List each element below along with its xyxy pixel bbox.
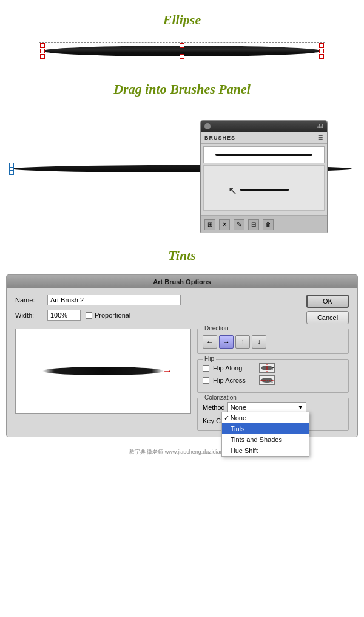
width-input[interactable] [47,310,81,321]
ok-button[interactable]: OK [306,295,349,308]
dropdown-item-hue-shift[interactable]: Hue Shift [222,445,309,456]
handle-top-right[interactable] [319,43,324,48]
brush-stroke-row-1 [203,146,325,163]
tints-title: Tints [168,248,196,264]
footer-icon-1[interactable]: ⊞ [204,219,215,230]
method-dropdown-container: None ▼ None Tints Tints and Shades Hue S… [228,402,306,413]
dialog-title: Art Brush Options [153,278,211,285]
handle-bottom-right[interactable] [319,54,324,59]
panel-close-dot[interactable] [204,123,211,129]
svg-text:⇌: ⇌ [272,367,274,370]
dialog-preview: → [15,329,191,414]
flip-legend: Flip [203,355,216,362]
name-label: Name: [15,296,42,304]
brushes-panel: 44 BRUSHES ☰ ↖ ⊞ ✕ [200,120,328,233]
dir-right-button[interactable]: → [219,335,234,349]
handle-middle-right[interactable] [319,49,324,53]
dialog-main-area: → Direction ← → ↑ ↓ [15,329,349,431]
name-row: Name: [15,295,302,305]
flip-across-label: Flip Across [213,377,255,384]
footer-icon-5[interactable]: 🗑 [263,219,274,230]
handle-bottom-left[interactable] [40,54,45,59]
panel-expand-icon[interactable]: 44 [317,123,323,129]
method-label: Method [203,404,225,411]
flip-along-icon: ⇌ [259,363,275,373]
flip-across-checkbox[interactable] [203,377,209,384]
dialog-body: Name: Width: Proportional [7,288,357,437]
dropdown-item-tints-shades[interactable]: Tints and Shades [222,434,309,445]
method-current-value: None [231,404,246,411]
colorization-legend: Colorization [203,394,238,401]
section-tints: Tints Art Brush Options Name: Width: [0,236,364,443]
method-dropdown-menu: None Tints Tints and Shades Hue Shift [221,412,309,457]
handle-bottom-middle[interactable] [180,54,184,59]
panel-title: BRUSHES [204,135,235,141]
cursor-arrow: ↖ [228,184,237,197]
dropdown-arrow: ▼ [298,404,303,411]
direction-legend: Direction [203,325,230,332]
footer-icon-4[interactable]: ⊟ [248,219,259,230]
preview-arrow: → [163,366,172,377]
dropdown-item-tints[interactable]: Tints [222,423,309,434]
section-ellipse: Ellipse [0,0,364,69]
cancel-button[interactable]: Cancel [306,311,349,324]
handle-middle-left[interactable] [40,49,45,53]
preview-brush [42,367,164,375]
width-label: Width: [15,312,42,319]
flip-along-row: Flip Along ⇌ [203,363,343,373]
handle-top-left[interactable] [40,43,45,48]
dropdown-item-none[interactable]: None [222,412,309,423]
ellipse-container [30,39,334,63]
svg-text:⇕: ⇕ [271,380,274,384]
handle-top-middle[interactable] [180,43,184,48]
direction-buttons: ← → ↑ ↓ [203,335,343,349]
flip-along-checkbox[interactable] [203,365,209,372]
direction-group: Direction ← → ↑ ↓ [197,329,349,354]
dragging-stroke [240,189,289,191]
section-drag: Drag into Brushes Panel 44 BRUSHES [0,69,364,236]
dialog-titlebar: Art Brush Options [7,275,357,288]
proportional-checkbox[interactable] [86,312,92,319]
drag-title: Drag into Brushes Panel [113,81,251,97]
dir-up-button[interactable]: ↑ [235,335,250,349]
watermark: 教字典·徽老师 www.jiaocheng.dazidian.com [129,448,235,456]
art-brush-options-dialog: Art Brush Options Name: Width: [6,274,358,437]
panel-content: ↖ [201,144,327,215]
method-row: Method None ▼ None Tints [203,402,343,413]
footer-icon-3[interactable]: ✎ [234,219,244,230]
panel-header: BRUSHES ☰ [201,132,327,144]
flip-group: Flip Flip Along ⇌ [197,359,349,393]
colorization-group: Colorization Method None ▼ [197,398,349,431]
footer-icon-2[interactable]: ✕ [219,219,230,230]
panel-footer: ⊞ ✕ ✎ ⊟ 🗑 [201,215,327,233]
dir-left-button[interactable]: ← [203,335,217,349]
brush-stroke-line [215,154,312,156]
dir-down-button[interactable]: ↓ [252,335,266,349]
flip-across-row: Flip Across ⇕ [203,375,343,385]
drag-handle-tl[interactable] [9,163,14,168]
brush-empty-area: ↖ [203,165,325,211]
flip-across-icon: ⇕ [259,375,275,385]
panel-menu-icon[interactable]: ☰ [318,135,323,141]
width-row: Width: Proportional [15,310,302,321]
panel-titlebar: 44 [201,121,327,132]
drag-handle-bl[interactable] [9,170,14,175]
flip-along-label: Flip Along [213,364,255,372]
proportional-label: Proportional [86,312,130,319]
drag-scene: 44 BRUSHES ☰ ↖ ⊞ ✕ [6,108,358,230]
dialog-right: Direction ← → ↑ ↓ Flip [197,329,349,431]
name-input[interactable] [47,295,181,305]
ellipse-wrapper [42,46,322,56]
ellipse-title: Ellipse [163,12,201,28]
